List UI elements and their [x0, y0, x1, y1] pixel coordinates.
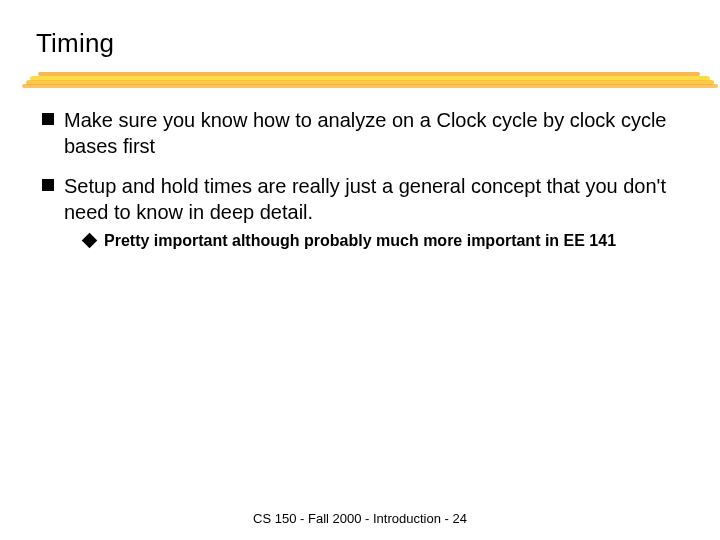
- sub-bullet-list: Pretty important although probably much …: [64, 231, 684, 252]
- bullet-item: Make sure you know how to analyze on a C…: [40, 107, 684, 159]
- slide-footer: CS 150 - Fall 2000 - Introduction - 24: [0, 511, 720, 526]
- title-underline: [0, 72, 720, 92]
- sub-bullet-item: Pretty important although probably much …: [84, 231, 684, 252]
- bullet-list: Make sure you know how to analyze on a C…: [36, 107, 684, 252]
- title-region: Timing: [36, 28, 684, 59]
- bullet-text: Make sure you know how to analyze on a C…: [64, 109, 667, 157]
- bullet-text: Setup and hold times are really just a g…: [64, 175, 666, 223]
- sub-bullet-text: Pretty important although probably much …: [104, 232, 616, 249]
- slide: Timing Make sure you know how to analyze…: [0, 0, 720, 540]
- slide-title: Timing: [36, 28, 684, 59]
- bullet-item: Setup and hold times are really just a g…: [40, 173, 684, 252]
